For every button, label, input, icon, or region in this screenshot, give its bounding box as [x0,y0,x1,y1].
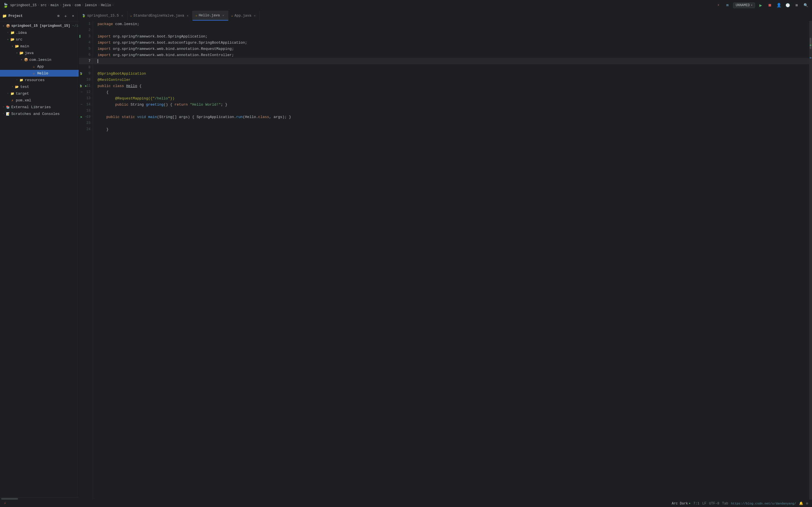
scrollbar-thumb [810,38,811,49]
tab-label: springboot_15.5 [87,14,119,18]
breadcrumb-com[interactable]: com [75,3,81,7]
sidebar-add-icon[interactable]: ✛ [62,13,69,19]
code-line-4: import org.springframework.boot.autoconf… [93,40,809,46]
run-config-label: UNNAMED [735,3,750,7]
tree-item-idea[interactable]: › 📁 .idea [0,29,79,36]
settings-item[interactable]: ⚙ [805,501,809,506]
tree-item-resources[interactable]: › 📁 resources [0,76,79,83]
bell-item[interactable]: 🔔 [798,501,804,506]
sidebar-scrollbar[interactable] [0,497,79,500]
sidebar-actions: ⚙ ✛ ✕ [55,13,77,19]
code-line-19: public static void main (String[] args) … [93,114,809,120]
stop-button[interactable]: ⏹ [766,2,773,9]
chevron-right-icon: › [1,112,6,116]
tree-item-java[interactable]: ▾ 📂 java [0,50,79,56]
src-folder-icon: 📂 [10,37,15,42]
cursor-position-item[interactable]: 7:1 [692,502,701,506]
tab-label: StandardEngineValve.java [133,14,184,18]
class-marker [810,57,811,58]
run-config-selector[interactable]: UNNAMED ▾ [733,3,755,8]
indent-item[interactable]: Tab [721,502,729,506]
tree-item-hello[interactable]: ☕ Hello [0,70,79,76]
tree-item-scratches[interactable]: › 📝 Scratches and Consoles [0,110,79,117]
code-line-18 [93,108,809,114]
fold-marker-14[interactable]: − [81,103,82,106]
run-marker-19[interactable]: ▶ [81,115,82,119]
breadcrumb-leesin[interactable]: leesin [85,3,97,7]
layout-icon[interactable]: ⊞ [794,2,800,9]
theme-item[interactable]: Arc Dark ● [670,502,692,506]
change-marker-3: ▌ [80,35,81,38]
tree-item-src[interactable]: ▾ 📂 src [0,36,79,43]
main-layout: 📁 Project ⚙ ✛ ✕ ▾ 📦 springboot_15 [sprin… [0,11,812,500]
breadcrumb: springboot_15 › src › main › java › com … [10,3,713,7]
notifications-item[interactable]: ⚡ [3,501,7,506]
url-item[interactable]: https://blog.csdn.net/u/dandanyang/ [730,502,797,505]
sidebar-header: 📁 Project ⚙ ✛ ✕ [0,11,79,21]
line-12: − 12 [79,89,93,95]
fold-marker-19[interactable]: − [85,115,87,119]
title-bar: 🍃 springboot_15 › src › main › java › co… [0,0,812,11]
power-icon[interactable]: ⚡ [715,2,722,9]
gear-icon[interactable]: ⚙ [55,13,62,19]
services-icon[interactable]: 🕐 [784,2,791,9]
run-button[interactable]: ▶ [757,2,764,9]
breadcrumb-src[interactable]: src [41,3,47,7]
status-left: ⚡ [3,501,667,506]
spring-marker-11: 🍃 [79,84,82,88]
tree-item-root[interactable]: ▾ 📦 springboot_15 [springboot_15] ~/inte… [0,22,79,29]
tab-close-springboot[interactable]: ✕ [120,14,124,18]
chevron-down-icon: ▾ [6,37,10,42]
encoding-item[interactable]: UTF-8 [708,502,720,506]
code-line-2 [93,27,809,33]
editor-area: 🍃 springboot_15.5 ✕ ☕ StandardEngineValv… [79,11,812,500]
tree-item-com-leesin[interactable]: ▾ 📦 com.leesin [0,56,79,63]
line-10: 10 [79,76,93,83]
breadcrumb-java[interactable]: java [63,3,71,7]
breadcrumb-hello[interactable]: Hello [101,3,111,7]
tree-item-ext-libs[interactable]: › 📚 External Libraries [0,104,79,110]
line-11: 🍃 11 ▶ [79,83,93,89]
resources-icon: 📁 [19,78,24,82]
code-content[interactable]: package com.leesin; import org.springfra… [93,21,809,500]
tab-springboot[interactable]: 🍃 springboot_15.5 ✕ [79,11,128,20]
code-line-3: import org.springframework.boot.SpringAp… [93,33,809,40]
code-line-14: public String greeting () { return "Hell… [93,101,809,108]
code-padding [93,138,809,251]
search-icon[interactable]: 🔍 [802,2,809,9]
tree-item-test[interactable]: › 📂 test [0,83,79,90]
tab-app[interactable]: ☕ App.java ✕ [229,11,260,20]
indent: Tab [722,502,728,506]
code-line-23: } [93,126,809,132]
sidebar-close-icon[interactable]: ✕ [70,13,77,19]
tab-hello[interactable]: ☕ Hello.java ✕ [193,11,229,20]
file-tree[interactable]: ▾ 📦 springboot_15 [springboot_15] ~/inte… [0,21,79,497]
chevron-down-icon: ▾ [10,44,15,48]
mocha-icon[interactable]: m [724,2,731,9]
chevron-down-icon: ▾ [751,4,753,7]
tab-standard-engine[interactable]: ☕ StandardEngineValve.java ✕ [128,11,193,20]
line-ending-item[interactable]: LF [701,502,707,506]
status-right: Arc Dark ● 7:1 LF UTF-8 Tab https://blog… [670,501,809,506]
tab-close-hello[interactable]: ✕ [221,13,225,17]
code-line-7 [93,58,809,64]
bell-icon: 🔔 [799,501,803,506]
breadcrumb-main[interactable]: main [50,3,59,7]
java-class-selected-icon: ☕ [32,71,36,75]
project-folder-icon: 📦 [6,24,10,28]
spring-marker-9: 🍃 [80,72,83,75]
tab-close-app[interactable]: ✕ [253,14,257,18]
fold-marker-12[interactable]: − [81,91,82,94]
settings-icon: ⚙ [806,501,808,506]
breadcrumb-project[interactable]: springboot_15 [10,3,37,7]
profile-icon[interactable]: 👤 [775,2,782,9]
tree-item-pom[interactable]: ✗ pom.xml [0,97,79,104]
chevron-right-icon: › [15,78,19,82]
tree-item-app[interactable]: ☕ App [0,63,79,70]
editor-scrollbar[interactable] [809,21,812,500]
line-14: − 14 [79,101,93,108]
tab-close-standard[interactable]: ✕ [186,14,190,18]
tree-item-main[interactable]: ▾ 📂 main [0,43,79,50]
tree-item-target[interactable]: › 📁 target [0,90,79,97]
tab-label-app: App.java [234,14,251,18]
